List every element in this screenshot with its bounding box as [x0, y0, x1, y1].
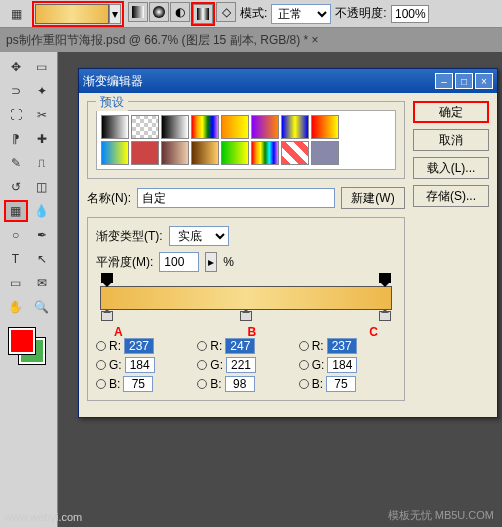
- preset-10[interactable]: [161, 141, 189, 165]
- preset-3[interactable]: [191, 115, 219, 139]
- blur-tool[interactable]: 💧: [30, 200, 54, 222]
- path-tool[interactable]: ↖: [30, 248, 54, 270]
- marker-b: B: [247, 325, 256, 339]
- close-btn[interactable]: ×: [475, 73, 493, 89]
- minimize-btn[interactable]: –: [435, 73, 453, 89]
- type-tool[interactable]: T: [4, 248, 28, 270]
- rgb-columns: R: G: B: R: G: B: R: G: B:: [96, 338, 396, 392]
- gradient-type-buttons: ◐ ◇: [128, 2, 236, 26]
- color-stop-a[interactable]: [101, 311, 113, 323]
- cancel-button[interactable]: 取消: [413, 129, 489, 151]
- b-input[interactable]: [225, 376, 255, 392]
- radio-icon[interactable]: [299, 341, 309, 351]
- document-tab[interactable]: ps制作重阳节海报.psd @ 66.7% (图层 15 副本, RGB/8) …: [0, 28, 502, 52]
- tool-preset[interactable]: ▦: [4, 3, 28, 25]
- preset-12[interactable]: [221, 141, 249, 165]
- mode-select[interactable]: 正常: [271, 4, 331, 24]
- maximize-btn[interactable]: □: [455, 73, 473, 89]
- smooth-input[interactable]: [159, 252, 199, 272]
- eraser-tool[interactable]: ◫: [30, 176, 54, 198]
- radio-icon[interactable]: [96, 341, 106, 351]
- new-button[interactable]: 新建(W): [341, 187, 405, 209]
- reflected-gradient-btn[interactable]: [193, 4, 213, 24]
- color-stop-b[interactable]: [240, 311, 252, 323]
- smooth-dropdown[interactable]: ▸: [205, 252, 217, 272]
- preset-15[interactable]: [311, 141, 339, 165]
- diamond-gradient-btn[interactable]: ◇: [216, 2, 236, 22]
- preset-4[interactable]: [221, 115, 249, 139]
- history-tool[interactable]: ↺: [4, 176, 28, 198]
- marquee-tool[interactable]: ▭: [30, 56, 54, 78]
- preset-8[interactable]: [101, 141, 129, 165]
- dialog-titlebar[interactable]: 渐变编辑器 – □ ×: [79, 69, 497, 93]
- radio-icon[interactable]: [299, 379, 309, 389]
- save-button[interactable]: 存储(S)...: [413, 185, 489, 207]
- dodge-tool[interactable]: ○: [4, 224, 28, 246]
- hand-tool[interactable]: ✋: [4, 296, 28, 318]
- gradient-bar[interactable]: A B C: [100, 286, 392, 310]
- preset-13[interactable]: [251, 141, 279, 165]
- radial-gradient-btn[interactable]: [149, 2, 169, 22]
- preset-9[interactable]: [131, 141, 159, 165]
- linear-gradient-btn[interactable]: [128, 2, 148, 22]
- radio-icon[interactable]: [299, 360, 309, 370]
- type-select[interactable]: 实底: [169, 226, 229, 246]
- color-stop-c[interactable]: [379, 311, 391, 323]
- radio-icon[interactable]: [96, 379, 106, 389]
- load-button[interactable]: 载入(L)...: [413, 157, 489, 179]
- type-label: 渐变类型(T):: [96, 228, 163, 245]
- foreground-color[interactable]: [9, 328, 35, 354]
- reflected-highlight: [191, 2, 215, 26]
- notes-tool[interactable]: ✉: [30, 272, 54, 294]
- preset-0[interactable]: [101, 115, 129, 139]
- dialog-title: 渐变编辑器: [83, 73, 143, 90]
- radio-icon[interactable]: [197, 360, 207, 370]
- preset-5[interactable]: [251, 115, 279, 139]
- stamp-tool[interactable]: ⎍: [30, 152, 54, 174]
- b-input[interactable]: [123, 376, 153, 392]
- preset-2[interactable]: [161, 115, 189, 139]
- r-input[interactable]: [327, 338, 357, 354]
- g-input[interactable]: [125, 357, 155, 373]
- gradient-picker-highlight: ▾: [32, 1, 124, 27]
- g-input[interactable]: [327, 357, 357, 373]
- ok-button[interactable]: 确定: [413, 101, 489, 123]
- radio-icon[interactable]: [96, 360, 106, 370]
- wand-tool[interactable]: ✦: [30, 80, 54, 102]
- angle-gradient-btn[interactable]: ◐: [170, 2, 190, 22]
- zoom-tool[interactable]: 🔍: [30, 296, 54, 318]
- crop-tool[interactable]: ⛶: [4, 104, 28, 126]
- b-input[interactable]: [326, 376, 356, 392]
- preset-1[interactable]: [131, 115, 159, 139]
- preset-14[interactable]: [281, 141, 309, 165]
- move-tool[interactable]: ✥: [4, 56, 28, 78]
- opacity-stop-right[interactable]: [379, 273, 391, 285]
- eyedropper-tool[interactable]: ⁋: [4, 128, 28, 150]
- brush-tool[interactable]: ✎: [4, 152, 28, 174]
- opacity-input[interactable]: [391, 5, 429, 23]
- g-input[interactable]: [226, 357, 256, 373]
- name-input[interactable]: [137, 188, 335, 208]
- radio-icon[interactable]: [197, 379, 207, 389]
- gradient-tool[interactable]: ▦: [4, 200, 28, 222]
- r-input[interactable]: [225, 338, 255, 354]
- opacity-stop-left[interactable]: [101, 273, 113, 285]
- watermark-right: 模板无忧 MB5U.COM: [388, 508, 494, 523]
- slice-tool[interactable]: ✂: [30, 104, 54, 126]
- heal-tool[interactable]: ✚: [30, 128, 54, 150]
- svg-rect-2: [197, 8, 209, 20]
- gradient-swatch[interactable]: [35, 4, 109, 24]
- gradient-dropdown[interactable]: ▾: [109, 4, 121, 24]
- shape-tool[interactable]: ▭: [4, 272, 28, 294]
- pen-tool[interactable]: ✒: [30, 224, 54, 246]
- preset-11[interactable]: [191, 141, 219, 165]
- r-input[interactable]: [124, 338, 154, 354]
- radio-icon[interactable]: [197, 341, 207, 351]
- lasso-tool[interactable]: ⊃: [4, 80, 28, 102]
- presets-fieldset: 预设: [87, 101, 405, 179]
- preset-7[interactable]: [311, 115, 339, 139]
- presets-grid: [96, 110, 396, 170]
- marker-c: C: [369, 325, 378, 339]
- presets-legend: 预设: [96, 94, 128, 111]
- preset-6[interactable]: [281, 115, 309, 139]
